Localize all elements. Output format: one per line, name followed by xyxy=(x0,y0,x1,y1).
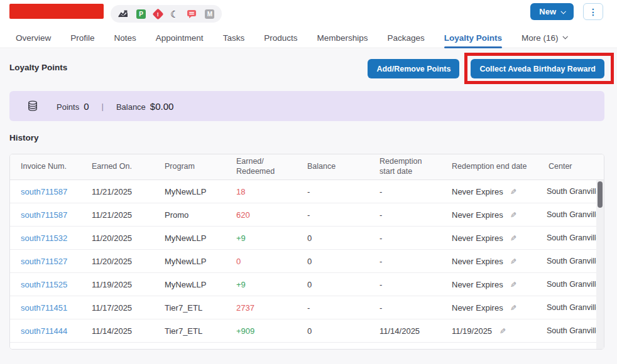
earned-on-cell: 11/20/2025 xyxy=(81,257,154,266)
m-badge-icon: M xyxy=(205,9,214,19)
earned-redeemed-cell: +90 xyxy=(226,350,297,350)
redemption-end-cell: Never Expires ✎ xyxy=(441,210,538,220)
program-cell: MyNewLLP xyxy=(154,233,226,243)
center-cell: South Granville1 xyxy=(538,257,604,265)
table-row: south71144711/14/2025Tier7_ETL+90011/14/… xyxy=(10,343,604,350)
tab-packages[interactable]: Packages xyxy=(387,28,424,48)
col-header-center: Center xyxy=(538,162,604,172)
chevron-down-icon xyxy=(560,9,565,14)
tab-bar: Overview Profile Notes Appointment Tasks… xyxy=(0,28,617,48)
p-badge-icon: P xyxy=(136,9,146,19)
invoice-link[interactable]: south711532 xyxy=(21,233,67,243)
table-row: south71144411/14/2025Tier7_ETL+909011/14… xyxy=(10,319,604,343)
scrollbar-thumb[interactable] xyxy=(598,181,603,208)
earned-on-cell: 11/14/2025 xyxy=(81,326,154,336)
program-cell: Tier7_ETL xyxy=(154,350,226,350)
redemption-end-cell: 11/19/2025 ✎ xyxy=(441,350,538,350)
balance-cell: 0 xyxy=(297,350,369,350)
edit-pencil-icon[interactable]: ✎ xyxy=(510,211,516,220)
program-cell: MyNewLLP xyxy=(154,187,226,196)
history-table-rows: south71158711/21/2025MyNewLLP18--Never E… xyxy=(10,180,604,350)
table-row: south71158711/21/2025Promo620--Never Exp… xyxy=(10,203,604,227)
vertical-scrollbar[interactable] xyxy=(596,180,604,349)
tab-more-label: More (16) xyxy=(521,33,559,43)
balance-cell: - xyxy=(297,210,369,220)
balance-cell: - xyxy=(297,187,369,196)
top-bar: P ! ☾ M New ⋮ xyxy=(0,0,617,28)
edit-pencil-icon[interactable]: ✎ xyxy=(510,188,516,196)
center-cell: South Granville1 xyxy=(538,326,604,335)
center-cell: South Granville1 xyxy=(538,187,604,196)
edit-pencil-icon[interactable]: ✎ xyxy=(510,304,516,313)
redemption-start-cell: - xyxy=(369,303,441,313)
add-remove-points-button[interactable]: Add/Remove Points xyxy=(368,59,459,78)
balance-label: Balance xyxy=(116,102,146,112)
balance-cell: - xyxy=(297,303,369,313)
balance-cell: 0 xyxy=(297,233,369,243)
tab-products[interactable]: Products xyxy=(264,28,297,48)
earned-on-cell: 11/20/2025 xyxy=(81,233,154,243)
summary-divider: | xyxy=(101,102,103,111)
col-header-invoice: Invoice Num. xyxy=(10,162,81,172)
tab-more[interactable]: More (16) xyxy=(521,28,567,48)
earned-on-cell: 11/14/2025 xyxy=(81,350,154,350)
center-cell: South Granville1 xyxy=(538,303,604,312)
invoice-link[interactable]: south711444 xyxy=(21,326,67,336)
invoice-link[interactable]: south711447 xyxy=(21,350,67,350)
tab-tasks[interactable]: Tasks xyxy=(223,28,245,48)
program-cell: Tier7_ETL xyxy=(154,303,226,313)
redemption-end-cell: Never Expires ✎ xyxy=(441,233,538,243)
redemption-end-cell: Never Expires ✎ xyxy=(441,187,538,196)
edit-pencil-icon[interactable]: ✎ xyxy=(510,281,516,289)
invoice-link[interactable]: south711587 xyxy=(21,187,67,196)
col-header-earned-redeemed: Earned/ Redeemed xyxy=(226,157,297,176)
col-header-balance: Balance xyxy=(297,162,369,172)
edit-pencil-icon[interactable]: ✎ xyxy=(510,234,516,243)
center-cell: South Granville1 xyxy=(538,233,604,242)
redemption-end-cell: Never Expires ✎ xyxy=(441,303,538,313)
col-header-redemption-start: Redemption start date xyxy=(369,157,441,176)
points-value: 0 xyxy=(84,101,89,112)
invoice-link[interactable]: south711527 xyxy=(21,257,67,266)
redemption-start-cell: - xyxy=(369,280,441,289)
redemption-end-cell: Never Expires ✎ xyxy=(441,280,538,289)
history-table: Invoice Num. Earned On. Program Earned/ … xyxy=(9,154,604,350)
edit-pencil-icon[interactable]: ✎ xyxy=(500,327,506,336)
earned-redeemed-cell: +9 xyxy=(226,280,297,289)
redemption-end-cell: 11/19/2025 ✎ xyxy=(441,326,538,336)
program-cell: MyNewLLP xyxy=(154,257,226,266)
balance-value: $0.00 xyxy=(150,101,174,112)
alert-diamond-icon: ! xyxy=(152,8,163,19)
loyalty-points-panel: Loyalty Points Add/Remove Points Collect… xyxy=(0,49,617,364)
tab-profile[interactable]: Profile xyxy=(70,28,94,48)
tab-appointment[interactable]: Appointment xyxy=(156,28,204,48)
tab-overview[interactable]: Overview xyxy=(16,28,51,48)
history-heading: History xyxy=(9,133,39,142)
table-row: south71152511/19/2025MyNewLLP+90-Never E… xyxy=(10,273,604,296)
collect-aveda-birthday-reward-button[interactable]: Collect Aveda Birthday Reward xyxy=(471,59,604,78)
balance-cell: 0 xyxy=(297,326,369,336)
moon-icon: ☾ xyxy=(170,9,178,19)
redemption-start-cell: 11/14/2025 xyxy=(369,326,441,336)
invoice-link[interactable]: south711587 xyxy=(21,210,67,220)
trend-chart-icon xyxy=(118,9,128,18)
page-title: Loyalty Points xyxy=(9,63,67,72)
kebab-menu-button[interactable]: ⋮ xyxy=(583,3,603,20)
tab-memberships[interactable]: Memberships xyxy=(317,28,368,48)
redemption-start-cell: 11/14/2025 xyxy=(369,350,441,350)
tab-notes[interactable]: Notes xyxy=(114,28,136,48)
earned-redeemed-cell: 620 xyxy=(226,210,297,220)
col-header-earned-on: Earned On. xyxy=(81,162,154,172)
table-header-row: Invoice Num. Earned On. Program Earned/ … xyxy=(10,154,604,180)
earned-on-cell: 11/21/2025 xyxy=(81,210,154,220)
tab-loyalty-points[interactable]: Loyalty Points xyxy=(444,28,502,48)
earned-on-cell: 11/17/2025 xyxy=(81,303,154,313)
invoice-link[interactable]: south711525 xyxy=(21,280,67,289)
points-summary-banner: Points 0 | Balance $0.00 xyxy=(9,91,604,121)
chevron-down-icon xyxy=(562,34,567,39)
invoice-link[interactable]: south711451 xyxy=(21,303,67,313)
table-row: south71145111/17/2025Tier7_ETL2737--Neve… xyxy=(10,296,604,319)
edit-pencil-icon[interactable]: ✎ xyxy=(510,257,516,266)
new-button[interactable]: New xyxy=(530,3,574,20)
col-header-redemption-end: Redemption end date xyxy=(441,162,538,172)
